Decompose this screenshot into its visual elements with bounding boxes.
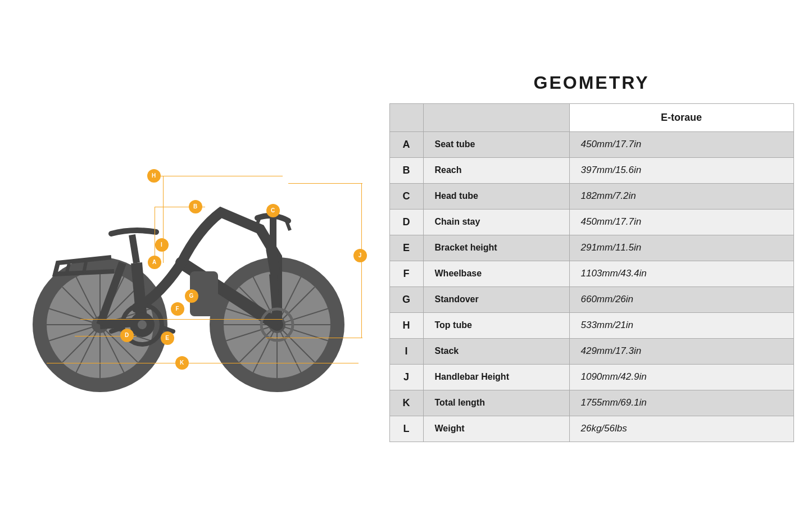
dot-B: B — [189, 200, 202, 213]
row-name: Bracket height — [423, 235, 569, 261]
row-label: G — [389, 286, 423, 312]
row-name: Handlebar Height — [423, 364, 569, 390]
svg-line-33 — [84, 262, 86, 273]
table-row: E Bracket height 291mm/11.5in — [389, 235, 793, 261]
row-name: Total length — [423, 390, 569, 416]
row-label: C — [389, 183, 423, 209]
row-label: D — [389, 209, 423, 235]
table-row: C Head tube 182mm/7.2in — [389, 183, 793, 209]
h-line — [148, 176, 283, 177]
row-value: 450mm/17.7in — [569, 131, 793, 157]
row-value: 450mm/17.7in — [569, 209, 793, 235]
f-line — [80, 319, 283, 320]
dot-I: I — [155, 238, 169, 252]
svg-line-30 — [132, 235, 137, 263]
bike-diagram: A B C D E F G H I J K — [19, 55, 367, 460]
row-label: A — [389, 131, 423, 157]
dot-E: E — [161, 331, 174, 345]
svg-point-25 — [138, 320, 147, 329]
dot-A: A — [148, 256, 161, 269]
dot-H: H — [147, 169, 161, 183]
table-row: B Reach 397mm/15.6in — [389, 157, 793, 183]
row-value: 1103mm/43.4in — [569, 261, 793, 286]
row-label: K — [389, 390, 423, 416]
row-name: Wheelbase — [423, 261, 569, 286]
geometry-section: GEOMETRY E-toraue A Seat tube 450mm/17.7… — [389, 72, 794, 442]
row-name: Head tube — [423, 183, 569, 209]
dot-K: K — [175, 356, 189, 370]
row-label: B — [389, 157, 423, 183]
table-row: J Handlebar Height 1090mm/42.9in — [389, 364, 793, 390]
table-row: G Standover 660mm/26in — [389, 286, 793, 312]
dot-F: F — [171, 302, 184, 316]
table-row: D Chain stay 450mm/17.7in — [389, 209, 793, 235]
row-name: Standover — [423, 286, 569, 312]
row-name: Chain stay — [423, 209, 569, 235]
row-value: 291mm/11.5in — [569, 235, 793, 261]
dot-G: G — [185, 289, 198, 303]
table-row: F Wheelbase 1103mm/43.4in — [389, 261, 793, 286]
table-row: A Seat tube 450mm/17.7in — [389, 131, 793, 157]
dot-J: J — [353, 249, 367, 262]
row-value: 26kg/56lbs — [569, 416, 793, 442]
table-row: K Total length 1755mm/69.1in — [389, 390, 793, 416]
j-top-line — [288, 183, 362, 184]
dot-D: D — [120, 329, 134, 342]
a-line — [155, 207, 156, 263]
row-value: 397mm/15.6in — [569, 157, 793, 183]
table-row: I Stack 429mm/17.3in — [389, 338, 793, 364]
row-value: 1090mm/42.9in — [569, 364, 793, 390]
k-line — [47, 363, 359, 364]
page-title: GEOMETRY — [389, 72, 794, 93]
row-value: 1755mm/69.1in — [569, 390, 793, 416]
row-name: Seat tube — [423, 131, 569, 157]
geometry-table: E-toraue A Seat tube 450mm/17.7in B Reac… — [389, 103, 794, 442]
row-value: 660mm/26in — [569, 286, 793, 312]
row-label: I — [389, 338, 423, 364]
row-label: L — [389, 416, 423, 442]
table-row: L Weight 26kg/56lbs — [389, 416, 793, 442]
row-name: Reach — [423, 157, 569, 183]
dot-C: C — [266, 204, 280, 217]
row-name: Top tube — [423, 312, 569, 338]
row-value: 429mm/17.3in — [569, 338, 793, 364]
row-name: Stack — [423, 338, 569, 364]
col-header-model: E-toraue — [569, 103, 793, 131]
row-name: Weight — [423, 416, 569, 442]
row-label: E — [389, 235, 423, 261]
row-value: 533mm/21in — [569, 312, 793, 338]
row-label: J — [389, 364, 423, 390]
row-label: F — [389, 261, 423, 286]
table-row: H Top tube 533mm/21in — [389, 312, 793, 338]
row-value: 182mm/7.2in — [569, 183, 793, 209]
col-header-measurement — [423, 103, 569, 131]
row-label: H — [389, 312, 423, 338]
j-bot-line — [266, 338, 362, 339]
col-header-label — [389, 103, 423, 131]
